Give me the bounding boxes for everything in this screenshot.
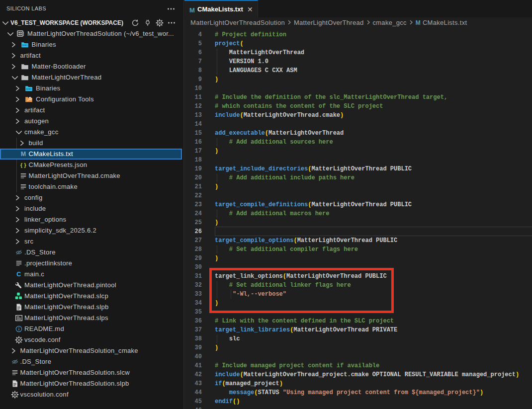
svg-text:1001: 1001 bbox=[21, 44, 27, 47]
svg-text:1001: 1001 bbox=[26, 88, 32, 90]
svg-text:{ }: { } bbox=[20, 162, 26, 168]
svg-text:M: M bbox=[20, 151, 26, 158]
svg-text:C: C bbox=[16, 271, 21, 278]
